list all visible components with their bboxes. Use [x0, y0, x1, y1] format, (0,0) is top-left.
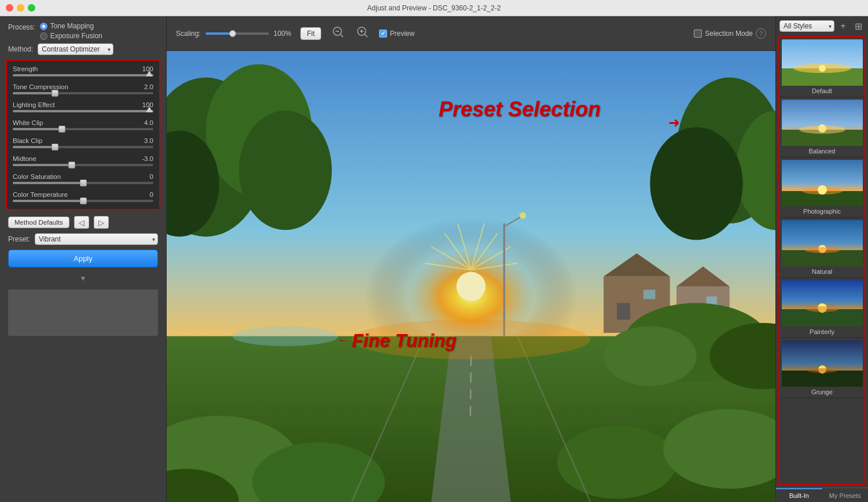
scaling-label: Scaling:: [176, 30, 201, 38]
slider-header-tone-compression: Tone Compression 2.0: [13, 83, 153, 90]
tab-built-in-label: Built-In: [789, 492, 809, 499]
method-select[interactable]: Contrast Optimizer Details Enhancer Tone…: [38, 43, 113, 55]
undo-button[interactable]: ◁: [74, 216, 89, 229]
slider-track-strength[interactable]: [13, 74, 153, 76]
titlebar: Adjust and Preview - DSC_9360-2_1-2_2-2: [0, 0, 868, 16]
left-bottom: Method Defaults ◁ ▷ Preset: Vibrant Defa…: [0, 210, 166, 344]
process-row: Process: Tone Mapping Exposure Fusion: [8, 22, 158, 40]
preset-select[interactable]: Vibrant Default Balanced Photographic Na…: [35, 233, 158, 245]
apply-button[interactable]: Apply: [8, 250, 158, 268]
selection-mode-group: Selection Mode ?: [694, 28, 766, 39]
redo-button[interactable]: ▷: [94, 216, 109, 229]
slider-track-black-clip[interactable]: [13, 146, 153, 148]
slider-header-white-clip: White Clip 4.0: [13, 119, 153, 126]
method-row: Method: Contrast Optimizer Details Enhan…: [8, 43, 158, 55]
preset-row: Preset: Vibrant Default Balanced Photogr…: [8, 233, 158, 245]
method-defaults-button[interactable]: Method Defaults: [8, 217, 69, 228]
slider-fill-color-saturation: [13, 182, 83, 184]
method-select-wrapper[interactable]: Contrast Optimizer Details Enhancer Tone…: [38, 43, 113, 55]
expand-chevron[interactable]: ▼: [8, 272, 158, 285]
preset-select-wrapper[interactable]: Vibrant Default Balanced Photographic Na…: [35, 233, 158, 245]
slider-thumb-lighting-effect[interactable]: [146, 107, 153, 112]
preset-controls: Method Defaults ◁ ▷: [8, 216, 158, 229]
slider-row-strength: Strength 100: [13, 65, 153, 76]
tone-mapping-radio[interactable]: [40, 23, 47, 30]
styles-dropdown[interactable]: All Styles Built-In My Presets ▾: [779, 20, 834, 32]
slider-name-black-clip: Black Clip: [13, 137, 42, 144]
tab-my-presets-label: My Presets: [829, 492, 861, 499]
slider-name-lighting-effect: Lighting Effect: [13, 101, 55, 108]
slider-name-color-saturation: Color Saturation: [13, 173, 61, 180]
selection-mode-label: Selection Mode: [705, 30, 753, 38]
slider-track-white-clip[interactable]: [13, 128, 153, 130]
top-controls: Process: Tone Mapping Exposure Fusion Me…: [0, 16, 166, 60]
preview-checkbox[interactable]: [379, 30, 387, 38]
slider-row-black-clip: Black Clip 3.0: [13, 137, 153, 148]
slider-name-white-clip: White Clip: [13, 119, 43, 126]
minimize-button[interactable]: [17, 4, 24, 12]
preset-name-painterly: Painterly: [810, 328, 834, 335]
help-button[interactable]: ?: [756, 28, 766, 39]
exposure-fusion-radio[interactable]: [40, 32, 47, 40]
slider-track-color-temperature[interactable]: [13, 200, 153, 202]
preset-item-default[interactable]: Default: [779, 37, 865, 97]
slider-track-lighting-effect[interactable]: [13, 110, 153, 112]
fit-button[interactable]: Fit: [300, 27, 321, 40]
preset-name-balanced: Balanced: [809, 148, 836, 155]
slider-name-color-temperature: Color Temperature: [13, 191, 68, 198]
grid-view-button[interactable]: ⊞: [852, 20, 865, 32]
slider-value-midtone: -3.0: [142, 155, 153, 162]
slider-row-tone-compression: Tone Compression 2.0: [13, 83, 153, 94]
tab-built-in[interactable]: Built-In: [776, 488, 822, 502]
styles-select[interactable]: All Styles Built-In My Presets: [779, 20, 834, 32]
right-panel: All Styles Built-In My Presets ▾ + ⊞: [775, 16, 868, 502]
close-button[interactable]: [6, 4, 13, 12]
zoom-out-button[interactable]: [330, 25, 345, 41]
slider-thumb-midtone[interactable]: [68, 162, 75, 168]
right-top: All Styles Built-In My Presets ▾ + ⊞: [776, 16, 868, 36]
slider-thumb-tone-compression[interactable]: [52, 90, 58, 97]
tone-mapping-option[interactable]: Tone Mapping: [40, 22, 102, 30]
scaling-thumb[interactable]: [229, 30, 236, 37]
preset-item-natural[interactable]: Natural: [779, 218, 865, 278]
preset-thumb-photographic: [782, 160, 863, 206]
svg-line-6: [365, 34, 367, 37]
slider-track-color-saturation[interactable]: [13, 182, 153, 184]
slider-track-tone-compression[interactable]: [13, 92, 153, 94]
preview-check[interactable]: Preview: [379, 30, 415, 38]
slider-fill-midtone: [13, 164, 72, 166]
slider-thumb-strength[interactable]: [146, 71, 153, 76]
svg-point-59: [799, 126, 845, 134]
add-preset-button[interactable]: +: [837, 20, 849, 32]
preset-item-grunge[interactable]: Grunge: [779, 338, 865, 398]
svg-point-67: [805, 247, 840, 253]
slider-row-lighting-effect: Lighting Effect 100: [13, 101, 153, 112]
tab-my-presets[interactable]: My Presets: [822, 488, 869, 502]
styles-select-wrapper[interactable]: All Styles Built-In My Presets ▾: [779, 20, 834, 32]
slider-track-midtone[interactable]: [13, 164, 153, 166]
window-controls[interactable]: [6, 4, 35, 12]
slider-name-tone-compression: Tone Compression: [13, 83, 68, 90]
slider-thumb-color-temperature[interactable]: [80, 197, 87, 204]
exposure-fusion-option[interactable]: Exposure Fusion: [40, 32, 102, 40]
preset-item-balanced[interactable]: Balanced: [779, 97, 865, 157]
preset-name-photographic: Photographic: [803, 208, 841, 215]
scaling-group: Scaling: 100%: [176, 30, 291, 38]
preset-item-painterly[interactable]: Painterly: [779, 278, 865, 338]
slider-fill-lighting-effect: [13, 110, 153, 112]
slider-thumb-black-clip[interactable]: [52, 144, 58, 151]
preset-item-photographic[interactable]: Photographic: [779, 157, 865, 218]
main-image-svg: [167, 51, 775, 502]
slider-header-midtone: Midtone -3.0: [13, 155, 153, 162]
slider-name-strength: Strength: [13, 65, 38, 72]
scaling-pct: 100%: [274, 30, 292, 38]
slider-thumb-color-saturation[interactable]: [80, 179, 87, 186]
zoom-in-button[interactable]: [355, 25, 370, 41]
scaling-slider[interactable]: [205, 32, 269, 35]
svg-line-2: [340, 34, 343, 37]
preset-name-natural: Natural: [812, 268, 832, 275]
preset-thumb-default: [782, 39, 863, 86]
slider-thumb-white-clip[interactable]: [58, 126, 65, 133]
selection-mode-checkbox[interactable]: [694, 30, 702, 38]
maximize-button[interactable]: [28, 4, 35, 12]
